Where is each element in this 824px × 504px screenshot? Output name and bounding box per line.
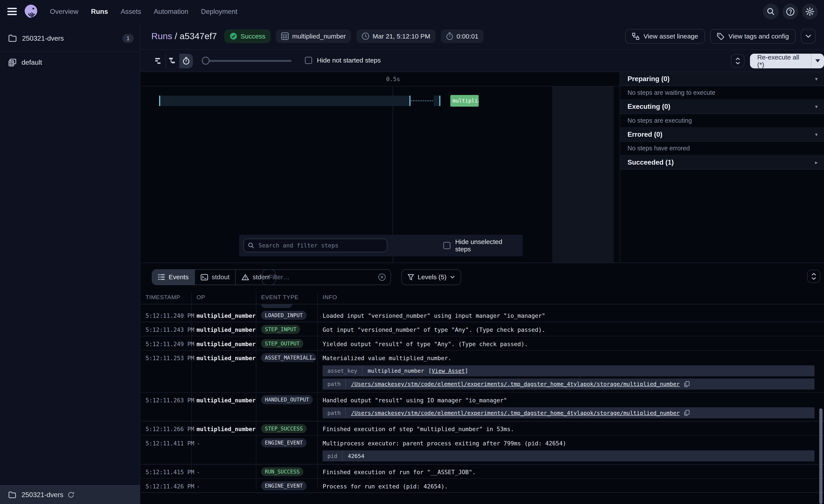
timed-view-button[interactable] (179, 54, 193, 69)
run-more-actions-button[interactable] (801, 29, 816, 44)
hide-unselected-row: Hide unselected steps (443, 238, 519, 253)
sidebar-item-job[interactable]: 250321-dvers 1 (0, 26, 140, 50)
waterfall-view-button[interactable] (166, 54, 179, 69)
nav-item-assets[interactable]: Assets (121, 8, 141, 16)
event-type-pill: STEP_OUTPUT (261, 339, 303, 348)
path-link[interactable]: /Users/smackesey/stm/code/elementl/exper… (351, 381, 680, 387)
event-row: 5:12:11.243 PMmultiplied_numberSTEP_INPU… (141, 322, 824, 337)
sidebar-item-default[interactable]: default (0, 51, 140, 74)
hide-not-started-checkbox[interactable] (305, 57, 312, 64)
runs-breadcrumb-link[interactable]: Runs (151, 31, 172, 41)
list-icon (158, 274, 165, 280)
event-row: 5:12:11.266 PMmultiplied_numberSTEP_SUCC… (141, 421, 824, 436)
gantt-waiting-bar[interactable] (159, 96, 410, 106)
clear-filter-icon[interactable] (378, 273, 386, 281)
gantt-highlight-band (552, 87, 614, 262)
metadata-row-path: path/Users/smackesey/stm/code/elementl/e… (323, 407, 815, 418)
metadata-value: /Users/smackesey/stm/code/elementl/exper… (346, 407, 695, 418)
menu-icon[interactable] (7, 8, 17, 15)
nav-item-overview[interactable]: Overview (50, 8, 78, 16)
row-divider (141, 492, 824, 493)
step-status-panel: Preparing (0)▾No steps are waiting to ex… (620, 72, 824, 263)
log-filter-box[interactable] (262, 269, 391, 285)
events-table-header: TIMESTAMPOPEVENT TYPEINFO (141, 292, 824, 304)
gantt-time-axis: 0.5s (141, 72, 620, 87)
gantt-step-bar-multiplied-number[interactable]: multipli… (450, 95, 479, 106)
event-info: Handled output "result" using IO manager… (323, 397, 507, 404)
dagster-run-page: OverviewRunsAssetsAutomationDeployment 2… (0, 0, 824, 504)
section-header-succeeded[interactable]: Succeeded (1)▸ (620, 155, 824, 169)
funnel-icon (408, 274, 414, 280)
timer-view-icon (183, 57, 190, 65)
check-circle-icon (229, 32, 237, 40)
metadata-value: multiplied_number[View Asset] (363, 365, 474, 376)
lineage-icon (632, 33, 639, 40)
event-info: Multiprocess executor: parent process ex… (323, 440, 566, 447)
settings-button[interactable] (802, 4, 818, 19)
event-row: 5:12:11.415 PM-RUN_SUCCESSFinished execu… (141, 465, 824, 479)
section-header-errored[interactable]: Errored (0)▾ (620, 128, 824, 142)
page-title: Runs / a5347ef7 (151, 31, 217, 41)
events-expand-button[interactable] (807, 270, 820, 283)
gantt-zoom-slider-track[interactable] (205, 60, 292, 62)
search-button[interactable] (763, 4, 779, 19)
step-search-input[interactable] (258, 242, 383, 249)
duration-tag: 0:00:01 (441, 29, 484, 43)
event-timestamp: 5:12:11.263 PM (145, 397, 194, 404)
caret-down-icon: ▾ (815, 103, 818, 110)
log-filter-input[interactable] (268, 273, 378, 281)
start-time-tag: Mar 21, 5:12:10 PM (356, 29, 436, 43)
help-button[interactable] (783, 4, 798, 19)
flat-view-button[interactable] (152, 54, 166, 69)
dagster-logo-icon[interactable] (24, 4, 38, 19)
section-header-preparing[interactable]: Preparing (0)▾ (620, 72, 824, 86)
reexecute-dropdown-button[interactable] (811, 54, 824, 69)
column-header-info: INFO (323, 294, 337, 301)
table-grid-icon (281, 32, 289, 40)
nav-right-actions (763, 4, 818, 19)
gantt-expand-button[interactable] (731, 54, 744, 68)
top-nav: OverviewRunsAssetsAutomationDeployment (0, 0, 824, 23)
tab-stdout[interactable]: stdout (194, 270, 235, 285)
sidebar-footer[interactable]: 250321-dvers (0, 485, 140, 504)
search-icon (248, 242, 254, 249)
partial-event-pill (261, 304, 292, 308)
event-info: Process for run exited (pid: 42654). (323, 483, 448, 490)
copy-icon[interactable] (684, 410, 690, 416)
event-timestamp: 5:12:11.411 PM (145, 440, 194, 447)
view-asset-link[interactable]: View Asset (432, 368, 465, 374)
path-link[interactable]: /Users/smackesey/stm/code/elementl/exper… (351, 410, 680, 416)
metadata-label: path (323, 407, 346, 418)
event-row: 5:12:11.426 PM-ENGINE_EVENTProcess for r… (141, 479, 824, 493)
sidebar-job-label: 250321-dvers (22, 34, 64, 42)
chevron-down-icon (805, 34, 811, 38)
reexecute-all-button[interactable]: Re-execute all (*) (750, 54, 811, 69)
nav-item-runs[interactable]: Runs (91, 8, 108, 16)
copy-icon[interactable] (684, 381, 690, 387)
sidebar-default-label: default (22, 58, 42, 67)
event-type-pill: ENGINE_EVENT (261, 438, 306, 447)
view-asset-lineage-button[interactable]: View asset lineage (625, 29, 705, 44)
gantt-view-mode-group (152, 54, 193, 69)
step-search-box[interactable] (243, 239, 388, 252)
section-empty-message: No steps have errored (620, 142, 824, 155)
section-header-executing[interactable]: Executing (0)▾ (620, 100, 824, 114)
view-tags-config-button[interactable]: View tags and config (710, 29, 796, 44)
gantt-zoom-slider-handle[interactable] (202, 57, 210, 65)
hide-unselected-checkbox[interactable] (443, 242, 450, 249)
event-type-pill: STEP_SUCCESS (261, 424, 306, 433)
levels-dropdown-button[interactable]: Levels (5) (401, 269, 461, 285)
event-info: Materialized value multiplied_number. (323, 355, 451, 361)
tab-events[interactable]: Events (152, 270, 194, 285)
nav-item-deployment[interactable]: Deployment (201, 8, 237, 16)
vertical-scrollbar[interactable] (819, 408, 822, 504)
caret-right-icon: ▸ (815, 159, 818, 165)
event-type-pill: ENGINE_EVENT (261, 481, 306, 490)
event-type-pill: LOADED_INPUT (261, 311, 306, 320)
caret-down-icon: ▾ (815, 76, 818, 82)
gantt-small-bar-tick (439, 96, 440, 106)
nav-item-automation[interactable]: Automation (154, 8, 188, 16)
asset-tag[interactable]: multiplied_number (276, 29, 351, 43)
event-timestamp: 5:12:11.426 PM (145, 483, 194, 490)
nav-items: OverviewRunsAssetsAutomationDeployment (50, 8, 237, 16)
